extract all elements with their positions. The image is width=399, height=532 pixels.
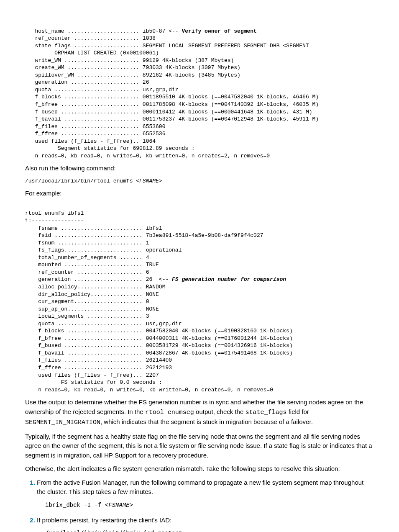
code-line: f_bused ........................ 0000110… — [25, 109, 312, 115]
code-line: f_bavail ....................... 0011753… — [25, 116, 319, 122]
code-line: sup_ap_on....................... NONE — [25, 306, 159, 312]
code-line: ref_counter .................... 6 — [25, 269, 149, 275]
code-line: alloc_policy.................... RANDOM — [25, 284, 165, 290]
code-line: Segment statistics for 690812.89 seconds… — [25, 145, 195, 152]
text-run: field for — [286, 408, 309, 415]
code-block-enumseg: host_name ...................... ib50-87… — [25, 20, 374, 159]
code-line: host_name ...................... ib50-87… — [25, 28, 182, 34]
code-line: f_ffree ........................ 6552536 — [25, 131, 165, 137]
code-line: f_files ........................ 2621440… — [25, 357, 172, 363]
code-line: cur_segment..................... 0 — [25, 298, 149, 305]
code-line: f_bused ........................ 0003581… — [25, 342, 293, 349]
paragraph: Otherwise, the alert indicates a file sy… — [25, 464, 374, 474]
code-line: n_reads=0, kb_read=0, n_writes=0, kb_wri… — [25, 153, 270, 159]
code-block-enumfs: rtool enumfs ibfs1 1:---------------- fs… — [25, 203, 374, 393]
code-line: mounted ........................ TRUE — [25, 262, 159, 268]
step-item: If problems persist, try restarting the … — [37, 516, 374, 532]
paragraph: Also run the following command: — [25, 164, 374, 173]
code-line: generation ..................... 26 — [25, 79, 149, 85]
command-text: /usr/local/ibrix/bin/rtool enumfs — [25, 178, 136, 184]
code-line: quota .......................... usr,grp… — [25, 321, 182, 327]
code-line: FS statistics for 0.0 seconds : — [25, 379, 162, 386]
command-line: /usr/local/ibrix/bin/rtool enumfs <FSNAM… — [25, 177, 374, 185]
inline-code: SEGMENT_IN_MIGRATION — [25, 419, 100, 426]
code-line: fsid ........................... 7b3ea89… — [25, 232, 263, 239]
step-item: From the active Fusion Manager, run the … — [37, 478, 374, 510]
code-line: f_blocks ....................... 0011895… — [25, 94, 319, 100]
code-line: total_number_of_segments ....... 4 — [25, 254, 149, 261]
text-run: , which indicates that the segment is st… — [100, 418, 313, 425]
code-line: dir_alloc_policy................ NONE — [25, 291, 159, 298]
code-line: write_WM ....................... 99129 4… — [25, 57, 234, 64]
code-line: local_segments ................. 3 — [25, 313, 149, 319]
paragraph: Typically, if the segment has a healthy … — [25, 432, 374, 460]
code-line: fsname ......................... ibfs1 — [25, 225, 162, 231]
code-line: state_flags .................... SEGMENT… — [25, 43, 312, 49]
code-line: used files (f_files - f_free)... 2207 — [25, 372, 159, 378]
step-command: /usr/local/ibrix/init/ibrix_iad restart — [45, 529, 374, 532]
command-text: ibrix_dbck -I -f — [45, 502, 105, 509]
code-line: create_WM ...................... 793033 … — [25, 64, 240, 71]
step-command: ibrix_dbck -I -f <FSNAME> — [45, 501, 374, 510]
code-line: 1:---------------- — [25, 218, 84, 224]
text-run: output, check the — [194, 408, 246, 415]
code-emphasis: FS generation number for comparison — [172, 276, 286, 283]
code-line: f_bfree ........................ 0044000… — [25, 335, 293, 342]
code-line: f_files ........................ 6553600 — [25, 123, 165, 130]
code-line: f_blocks ....................... 0047582… — [25, 328, 293, 334]
paragraph: Use the output to determine whether the … — [25, 398, 374, 428]
step-text: From the active Fusion Manager, run the … — [37, 479, 363, 496]
inline-code: state_flags — [245, 409, 286, 416]
code-line: spillover_WM ................... 892162 … — [25, 72, 240, 78]
code-line: quota .......................... usr,grp… — [25, 87, 179, 93]
code-emphasis: Verify owner of segment — [182, 28, 256, 34]
code-line: f_bfree ........................ 0011785… — [25, 101, 319, 108]
step-text: If problems persist, try restarting the … — [37, 517, 171, 524]
command-placeholder: <FSNAME> — [105, 502, 133, 509]
steps-list: From the active Fusion Manager, run the … — [25, 478, 374, 532]
code-line: fsnum .......................... 1 — [25, 240, 149, 246]
code-line: used files (f_files - f_ffree).. 1064 — [25, 138, 156, 144]
code-line: generation ..................... 26 <-- — [25, 276, 172, 283]
code-line: f_bavail ....................... 0043872… — [25, 350, 293, 356]
paragraph: For example: — [25, 189, 374, 198]
code-line: ORPHAN_LIST_CREATED (0x00100061) — [25, 50, 159, 56]
code-line: ref_counter .................... 1038 — [25, 35, 156, 41]
code-line: f_ffree ........................ 2621219… — [25, 365, 172, 371]
code-line: fs_flags........................ operati… — [25, 247, 182, 253]
code-line: n_reads=0, kb_read=0, n_writes=0, kb_wri… — [25, 387, 273, 393]
command-placeholder: <FSNAME> — [136, 178, 162, 184]
inline-code: rtool enumseg — [145, 409, 194, 416]
code-line: rtool enumfs ibfs1 — [25, 210, 84, 216]
